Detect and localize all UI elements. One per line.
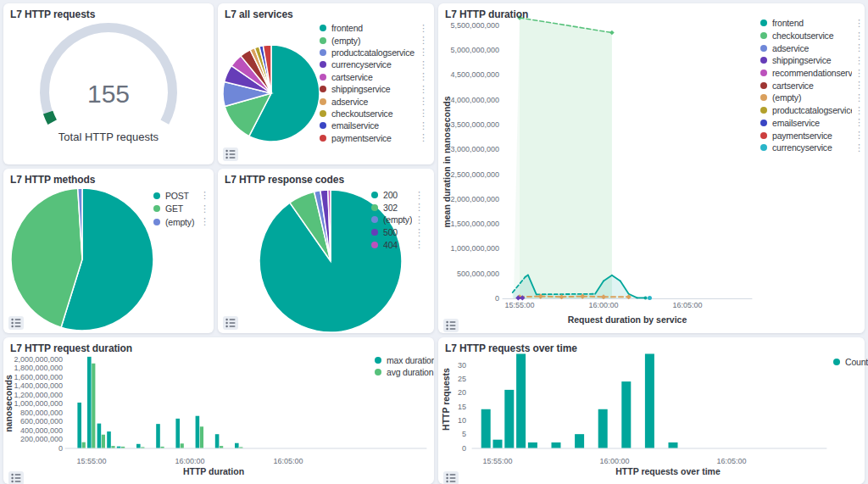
bar[interactable] [621,381,631,448]
legend-actions-icon[interactable]: ⋮ [854,118,864,127]
legend-label[interactable]: (empty) [331,36,416,46]
legend-item[interactable]: frontend⋮ [320,22,428,34]
legend-label[interactable]: currencyservice [331,59,416,70]
legend-item[interactable]: adservice⋮ [320,95,428,107]
legend-item[interactable]: adservice⋮ [760,42,864,54]
bar[interactable] [575,434,584,448]
bar[interactable] [481,409,491,448]
legend-actions-icon[interactable]: ⋮ [415,203,424,212]
bar[interactable] [82,442,86,448]
legend-actions-icon[interactable]: ⋮ [419,108,428,118]
legend-item[interactable]: POST⋮ [153,189,209,203]
legend-actions-icon[interactable]: ⋮ [419,24,428,33]
bar[interactable] [156,424,160,448]
panel-title[interactable]: L7 all services [225,8,293,20]
bar[interactable] [598,409,608,448]
legend-item[interactable]: (empty)⋮ [760,92,864,104]
legend-actions-icon[interactable]: ⋮ [419,60,428,70]
legend-toggle-button[interactable] [443,471,459,484]
panel-title[interactable]: L7 HTTP request duration [10,342,132,354]
panel-title[interactable]: L7 HTTP methods [10,174,95,186]
bar[interactable] [107,431,111,448]
legend-item[interactable]: 404⋮ [371,238,424,251]
bar[interactable] [102,435,105,448]
legend-label[interactable]: max duration [387,355,434,365]
legend-label[interactable]: productcatalogservice [772,105,852,115]
legend-actions-icon[interactable]: ⋮ [854,106,864,115]
bar[interactable] [504,390,514,448]
legend-item[interactable]: shippingservice⋮ [320,83,428,95]
legend-label[interactable]: 500 [383,227,412,237]
panel-title[interactable]: L7 HTTP duration [445,8,528,20]
bars[interactable] [77,357,242,448]
pie[interactable] [223,45,320,142]
legend-actions-icon[interactable]: ⋮ [419,36,428,45]
bar[interactable] [220,446,223,448]
legend-label[interactable]: 302 [383,203,412,213]
legend-label[interactable]: POST [165,191,198,201]
legend-item[interactable]: paymentservice⋮ [320,132,428,144]
legend-actions-icon[interactable]: ⋮ [419,85,428,94]
legend-item[interactable]: checkoutservice⋮ [320,108,428,120]
legend-toggle-button[interactable] [223,147,238,161]
bar[interactable] [175,419,180,448]
legend-item[interactable]: productcatalogservice⋮ [760,104,864,117]
bar[interactable] [239,447,242,448]
legend-label[interactable]: currencyservice [772,142,852,153]
bar[interactable] [200,426,203,448]
legend-actions-icon[interactable]: ⋮ [854,56,864,65]
legend-label[interactable]: emailservice [331,120,416,131]
legend-label[interactable]: emailservice [772,118,852,128]
panel-title[interactable]: L7 HTTP requests [10,8,95,20]
legend-label[interactable]: frontend [772,18,852,28]
legend-item[interactable]: emailservice⋮ [760,117,864,130]
legend-toggle-button[interactable] [223,316,238,330]
bar[interactable] [111,446,114,448]
bar-chart[interactable]: 0200,000,000400,000,000600,000,000800,00… [3,337,434,484]
legend-item[interactable]: paymentservice⋮ [760,129,864,142]
legend-actions-icon[interactable]: ⋮ [854,31,864,41]
legend-label[interactable]: frontend [331,23,416,33]
legend-label[interactable]: shippingservice [331,84,416,94]
legend-label[interactable]: paymentservice [772,131,852,141]
legend-label[interactable]: (empty) [383,214,412,225]
legend-label[interactable]: adservice [772,43,852,53]
series[interactable] [513,15,652,300]
legend-label[interactable]: 200 [383,190,412,200]
legend-label[interactable]: cartservice [331,72,416,82]
legend-actions-icon[interactable]: ⋮ [854,19,864,28]
legend-toggle-button[interactable] [8,471,24,484]
legend-item[interactable]: (empty)⋮ [153,215,209,229]
legend-actions-icon[interactable]: ⋮ [415,240,424,249]
pie[interactable] [11,188,153,331]
legend-actions-icon[interactable]: ⋮ [415,228,424,237]
legend-actions-icon[interactable]: ⋮ [419,97,428,106]
legend-actions-icon[interactable]: ⋮ [419,133,428,142]
legend-item[interactable]: 500⋮ [371,226,424,239]
bar[interactable] [235,443,239,448]
legend-label[interactable]: GET [165,203,198,214]
legend-label[interactable]: 404 [383,240,412,250]
legend-actions-icon[interactable]: ⋮ [854,43,864,53]
legend-label[interactable]: recommendationservice [772,68,852,78]
legend-label[interactable]: productcatalogservice [331,47,416,58]
bar[interactable] [669,442,678,448]
legend-actions-icon[interactable]: ⋮ [419,47,428,57]
legend-label[interactable]: (empty) [772,92,852,103]
bar[interactable] [136,444,141,448]
bar[interactable] [215,434,220,448]
legend-actions-icon[interactable]: ⋮ [415,215,424,225]
legend-label[interactable]: Count [845,357,868,367]
bar[interactable] [181,443,184,448]
legend-actions-icon[interactable]: ⋮ [854,131,864,140]
bar[interactable] [516,353,526,448]
legend-item[interactable]: Count [833,356,868,368]
legend-item[interactable]: checkoutservice⋮ [760,30,864,42]
legend-label[interactable]: (empty) [165,217,198,227]
bar[interactable] [160,447,164,448]
bar[interactable] [97,424,102,448]
bar-chart[interactable]: 05101520253015:55:0016:00:0016:05:00HTTP… [438,337,865,484]
bar[interactable] [528,442,537,448]
bar[interactable] [77,403,81,448]
legend-label[interactable]: cartservice [772,81,852,91]
